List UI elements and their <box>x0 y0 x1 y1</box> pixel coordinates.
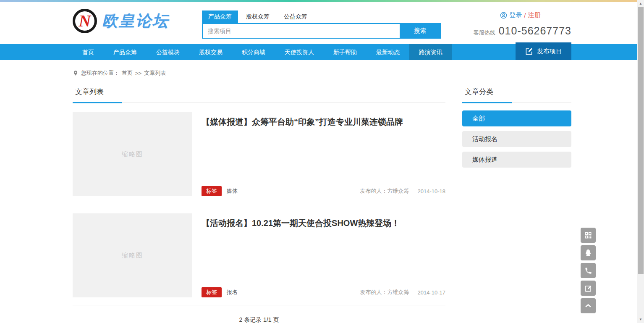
edit-pencil-icon <box>525 47 533 55</box>
feedback-edit-button[interactable] <box>581 281 596 296</box>
search-bar: 搜索 <box>202 23 441 39</box>
qrcode-button[interactable] <box>581 228 596 243</box>
search-tab-product[interactable]: 产品众筹 <box>202 11 238 23</box>
back-to-top-button[interactable] <box>581 298 596 313</box>
article-tag[interactable]: 报名 <box>227 289 238 296</box>
hotline-number: 010-56267773 <box>499 25 571 37</box>
category-sidebar: 文章分类 全部 活动报名 媒体报道 <box>462 85 571 323</box>
login-link[interactable]: 登录 <box>509 11 522 19</box>
tag-badge[interactable]: 标签 <box>202 186 222 196</box>
breadcrumb-home-link[interactable]: 首页 <box>122 69 133 77</box>
article-thumbnail[interactable]: 缩略图 <box>73 112 192 196</box>
category-item-all[interactable]: 全部 <box>462 110 571 126</box>
logo-text: 欧皇论坛 <box>102 11 169 32</box>
category-item-activity-signup[interactable]: 活动报名 <box>462 131 571 147</box>
article-tag[interactable]: 媒体 <box>227 187 238 195</box>
article-list-header: 文章列表 <box>73 85 445 103</box>
article-title[interactable]: 【活动报名】10.21第一期天使合投SHOW热辣登场！ <box>202 218 445 229</box>
user-icon <box>500 12 507 19</box>
scrollbar-down-arrow[interactable]: ▼ <box>637 316 644 323</box>
article-date: 2014-10-17 <box>418 289 446 296</box>
chevron-up-icon <box>584 302 592 310</box>
category-title: 文章分类 <box>462 85 512 103</box>
nav-item-product-crowdfunding[interactable]: 产品众筹 <box>104 44 147 60</box>
article-thumbnail[interactable]: 缩略图 <box>73 213 192 297</box>
article-publisher: 发布的人：方维众筹 <box>360 187 409 195</box>
breadcrumb-current: 文章列表 <box>144 69 166 77</box>
pagination-summary: 2 条记录 1/1 页 <box>73 305 445 323</box>
article-publisher: 发布的人：方维众筹 <box>360 289 409 296</box>
article-date: 2014-10-18 <box>418 188 446 194</box>
search-tab-charity[interactable]: 公益众筹 <box>277 11 314 23</box>
nav-item-charity-module[interactable]: 公益模块 <box>147 44 189 60</box>
header: N 欧皇论坛 产品众筹 股权众筹 公益众筹 搜索 登录 / 注册 客服热线 01… <box>73 2 571 44</box>
category-header: 文章分类 <box>462 85 571 103</box>
scrollbar-up-arrow[interactable]: ▲ <box>637 0 644 7</box>
main-nav: 首页 产品众筹 公益模块 股权交易 积分商城 天使投资人 新手帮助 最新动态 路… <box>0 44 644 60</box>
breadcrumb-separator: >> <box>135 70 141 76</box>
article-list-column: 文章列表 缩略图 【媒体报道】众筹平台助“印象”打造专业川菜连锁品牌 标签 媒体… <box>73 85 445 323</box>
search-tab-equity[interactable]: 股权众筹 <box>240 11 276 23</box>
breadcrumb-prefix: 您现在的位置： <box>81 69 119 77</box>
account-area: 登录 / 注册 客服热线 010-56267773 <box>474 11 571 37</box>
qq-contact-button[interactable] <box>581 245 596 260</box>
search-block: 产品众筹 股权众筹 公益众筹 搜索 <box>202 11 441 39</box>
logo-symbol: N <box>79 13 91 29</box>
location-pin-icon <box>73 70 79 76</box>
nav-item-roadshow-info[interactable]: 路演资讯 <box>409 44 452 60</box>
breadcrumb: 您现在的位置： 首页 >> 文章列表 <box>73 69 571 77</box>
article-row: 缩略图 【活动报名】10.21第一期天使合投SHOW热辣登场！ 标签 报名 发布… <box>73 204 445 305</box>
article-list-title: 文章列表 <box>73 85 122 103</box>
phone-contact-button[interactable] <box>581 263 596 278</box>
register-link[interactable]: 注册 <box>528 11 540 19</box>
nav-item-angel-investors[interactable]: 天使投资人 <box>275 44 324 60</box>
search-input[interactable] <box>203 24 400 38</box>
scrollbar[interactable]: ▲ ▼ <box>637 0 644 323</box>
hotline: 客服热线 010-56267773 <box>474 25 571 37</box>
publish-project-label: 发布项目 <box>537 47 562 55</box>
search-tabs: 产品众筹 股权众筹 公益众筹 <box>202 11 441 23</box>
publish-project-button[interactable]: 发布项目 <box>516 42 571 60</box>
phone-icon <box>584 267 592 275</box>
logo-badge-icon: N <box>73 9 97 33</box>
nav-item-latest-news[interactable]: 最新动态 <box>367 44 409 60</box>
qrcode-icon <box>584 231 592 239</box>
nav-item-equity-trading[interactable]: 股权交易 <box>189 44 232 60</box>
edit-square-icon <box>584 284 592 292</box>
scrollbar-thumb[interactable] <box>638 7 644 274</box>
nav-item-points-mall[interactable]: 积分商城 <box>232 44 275 60</box>
floating-toolbar <box>581 228 596 313</box>
site-logo[interactable]: N 欧皇论坛 <box>73 9 169 33</box>
article-title[interactable]: 【媒体报道】众筹平台助“印象”打造专业川菜连锁品牌 <box>202 116 445 128</box>
nav-item-newbie-help[interactable]: 新手帮助 <box>324 44 367 60</box>
search-button[interactable]: 搜索 <box>400 24 440 38</box>
category-item-media-report[interactable]: 媒体报道 <box>462 152 571 168</box>
hotline-label: 客服热线 <box>474 29 495 37</box>
qq-penguin-icon <box>584 249 592 257</box>
article-row: 缩略图 【媒体报道】众筹平台助“印象”打造专业川菜连锁品牌 标签 媒体 发布的人… <box>73 103 445 204</box>
login-register-separator: / <box>524 12 526 19</box>
nav-item-home[interactable]: 首页 <box>73 44 104 60</box>
main-content: 文章列表 缩略图 【媒体报道】众筹平台助“印象”打造专业川菜连锁品牌 标签 媒体… <box>73 85 571 323</box>
tag-badge[interactable]: 标签 <box>202 287 222 297</box>
